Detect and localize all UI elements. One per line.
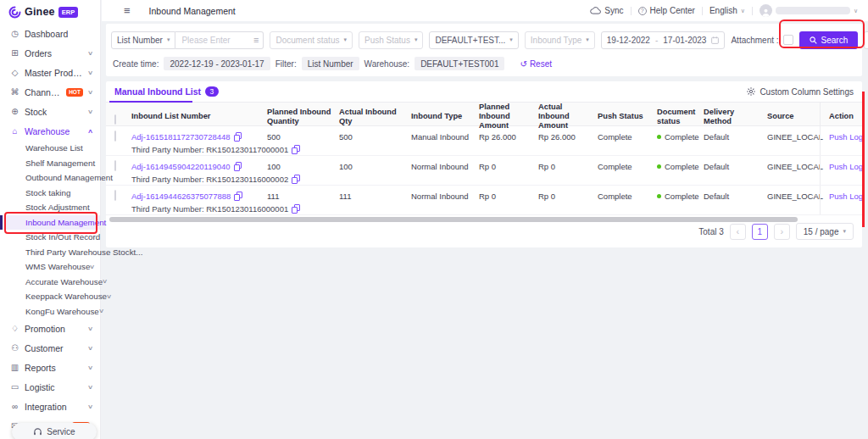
table-header: Inbound List Number Planned Inbound Quan… [106,103,862,126]
sidebar-item-reports[interactable]: ▥ Reports ∨ [0,358,100,377]
tab-manual-inbound-list[interactable]: Manual Inbound List 3 [114,86,219,97]
chevron-down-icon: ∨ [87,403,93,410]
sidebar-item-third-party-warehouse[interactable]: Third Party Warehouse Stockt... [0,245,100,260]
sidebar-item-outbound-management[interactable]: Outbound Management [0,170,100,186]
filter-label: Filter: [275,59,297,69]
count-badge: 3 [205,86,219,97]
prev-page-button[interactable]: ‹ [730,224,746,240]
push-log-link[interactable]: Push Log [829,192,863,201]
row-checkbox[interactable] [114,160,116,171]
row-checkbox[interactable] [114,190,116,201]
next-page-button[interactable]: › [774,224,790,240]
brand-logo[interactable]: Ginee ERP [0,0,100,24]
sidebar-item-promotion[interactable]: ♢ Promotion ∨ [0,319,100,338]
sidebar-item-stock-in-out-record[interactable]: Stock In/Out Record [0,230,100,245]
language-selector[interactable]: English ∨ [709,6,745,15]
sidebar-item-integration[interactable]: ∞ Integration ∨ [0,397,100,416]
sidebar-item-stock-adjustment[interactable]: Stock Adjustment [0,200,100,215]
export-button[interactable]: Export ▾ [864,31,868,49]
chevron-down-icon: ∨ [106,293,112,300]
caret-down-icon: ▾ [167,36,170,43]
sidebar-item-orders[interactable]: ⊞ Orders ∨ [0,43,100,63]
user-account-menu[interactable]: ∨ [760,4,858,17]
sidebar-item-keeppack-warehouse[interactable]: Keeppack Warehouse∨ [0,289,100,304]
reset-button[interactable]: ↺ Reset [520,59,552,69]
create-time-value: 2022-12-19 - 2023-01-17 [164,57,270,70]
sidebar-item-inbound-management[interactable]: Inbound Management [0,215,100,231]
bar-chart-icon: ▥ [10,363,19,372]
sidebar-item-wms-warehouse[interactable]: WMS Warehouse∨ [0,259,100,275]
batch-search-icon[interactable]: ≡ [253,35,259,45]
network-icon: ⌘ [10,87,19,97]
sidebar-item-dashboard[interactable]: ◷ Dashboard [0,24,100,43]
chevron-down-icon: ∨ [102,278,108,285]
headset-icon [33,427,42,436]
sidebar-item-stock[interactable]: ⊕ Stock ∨ [0,102,100,121]
custom-column-settings-button[interactable]: Custom Column Settings [747,87,854,97]
search-field-group: List Number ▾ ≡ [111,31,264,49]
chevron-down-icon: ∨ [87,345,93,352]
push-log-link[interactable]: Push Log [829,162,863,171]
row-checkbox[interactable] [114,131,116,142]
help-center-button[interactable]: ? Help Center [638,6,695,15]
sidebar-item-channel-product[interactable]: ⌘ Channel Product HOT ∨ [0,82,100,102]
sidebar-item-customer[interactable]: ⚇ Customer ∨ [0,338,100,358]
page-size-selector[interactable]: 15 / page ▾ [796,223,854,240]
sidebar-item-stock-taking[interactable]: Stock taking [0,186,100,201]
sync-button[interactable]: Sync [590,6,623,15]
search-input[interactable] [175,31,264,49]
filter-panel: List Number ▾ ≡ Document status ▾ Push S… [106,24,862,76]
sidebar-item-master-product[interactable]: ◇ Master Product ∨ [0,63,100,82]
inbound-list-number-link[interactable]: Adj-1614944626375077888 [131,192,231,201]
copy-icon[interactable] [234,132,242,141]
sidebar-item-logistic[interactable]: ▭ Logistic ∨ [0,377,100,397]
inbound-list-number-link[interactable]: Adj-1614945904220119040 [131,162,231,171]
sidebar-item-shelf-management[interactable]: Shelf Management [0,156,100,171]
truck-icon: ▭ [10,382,19,392]
users-icon: ⚇ [10,343,19,353]
document-status-select[interactable]: Document status ▾ [270,31,353,49]
inbound-type-select[interactable]: Inbound Type ▾ [525,31,595,49]
sidebar-item-accurate-warehouse[interactable]: Accurate Warehouse∨ [0,275,100,290]
warehouse-label: Warehouse: [364,59,410,69]
horizontal-scrollbar[interactable] [109,217,798,222]
copy-icon[interactable] [292,175,299,183]
service-button[interactable]: Service [12,423,97,439]
warehouse-value: DEFAULT+TEST001 [415,57,504,70]
cloud-sync-icon [590,7,601,14]
sidebar-item-kongfu-warehouse[interactable]: KongFu Warehouse∨ [0,304,100,320]
table-row: Adj-1615181172730728448 Third Party Numb… [106,126,862,156]
collapse-menu-icon[interactable]: ≡ [124,5,131,16]
brand-name: Ginee [25,6,55,18]
select-all-checkbox[interactable] [114,114,116,125]
copy-icon[interactable] [292,145,299,153]
sidebar-item-warehouse[interactable]: ⌂ Warehouse ∧ [0,121,100,141]
column-header: Document status [657,108,704,126]
attachment-checkbox[interactable] [783,35,793,45]
annotation-line-right-edge [862,92,865,227]
column-header: Delivery Method [704,108,767,126]
column-header: Source [767,112,820,121]
warehouse-select[interactable]: DEFAULT+TEST... ▾ [429,31,518,49]
hot-badge: HOT [66,88,83,97]
caret-down-icon: ▾ [343,36,347,43]
chevron-down-icon: ∨ [87,89,93,96]
sidebar: Ginee ERP ◷ Dashboard ⊞ Orders ∨ ◇ Maste… [0,0,101,439]
search-field-selector[interactable]: List Number ▾ [111,31,175,49]
inbound-list-number-link[interactable]: Adj-1615181172730728448 [131,132,231,142]
box-icon: ◇ [10,68,19,77]
current-page-button[interactable]: 1 [752,224,768,240]
sidebar-item-warehouse-list[interactable]: Warehouse List [0,141,100,156]
search-button[interactable]: Search [799,31,859,49]
chevron-down-icon: ∨ [87,108,93,115]
copy-icon[interactable] [234,162,242,170]
date-range-picker[interactable]: 19-12-2022 - 17-01-2023 [601,31,726,49]
divider [631,7,632,15]
push-log-link[interactable]: Push Log [829,132,863,142]
caret-down-icon: ▾ [509,36,513,43]
copy-icon[interactable] [234,192,242,200]
push-status-select[interactable]: Push Status ▾ [359,31,423,49]
active-tab-underline [109,101,192,103]
status-dot [657,194,661,198]
copy-icon[interactable] [292,204,299,213]
